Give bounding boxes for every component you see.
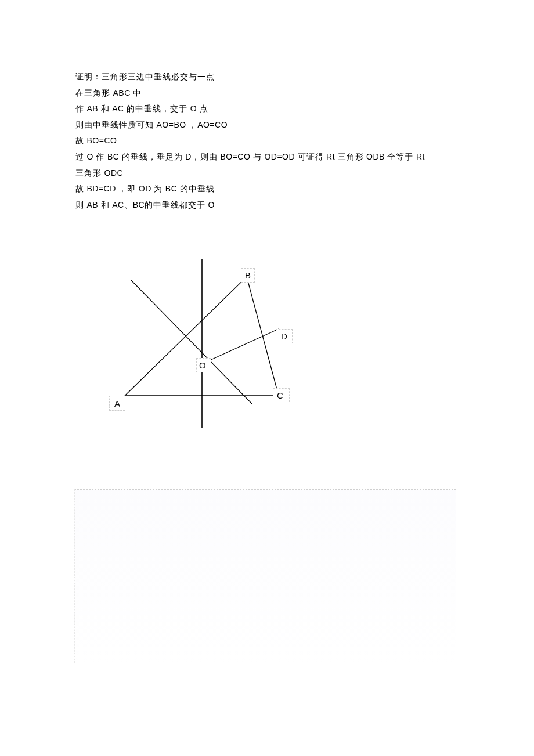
triangle-svg [99,254,319,433]
proof-line-9: 则 AB 和 AC、BC的中垂线都交于 O [75,197,459,214]
proof-line-4: 则由中垂线性质可知 AO=BO ，AO=CO [75,117,459,133]
point-label-A: A [109,396,125,411]
proof-line-3: 作 AB 和 AC 的中垂线，交于 O 点 [75,101,459,117]
bottom-placeholder-region [74,489,456,663]
point-label-B: B [241,268,255,283]
proof-line-6: 过 O 作 BC 的垂线，垂足为 D，则由 BO=CO 与 OD=OD 可证得 … [75,149,459,165]
point-label-O: O [196,358,211,372]
line-OD [202,329,279,364]
perp-bisector-AB [131,280,252,404]
point-label-D: D [276,329,293,343]
triangle-diagram: A B C D O [99,254,319,433]
proof-line-2: 在三角形 ABC 中 [75,85,459,102]
proof-line-8: 故 BD=CD ，即 OD 为 BC 的中垂线 [75,181,459,197]
point-label-C: C [273,388,290,402]
proof-line-5: 故 BO=CO [75,133,459,149]
proof-line-7: 三角形 ODC [75,165,459,182]
proof-line-1: 证明：三角形三边中垂线必交与一点 [75,70,459,85]
proof-text-block: 证明：三角形三边中垂线必交与一点 在三角形 ABC 中 作 AB 和 AC 的中… [75,70,459,213]
